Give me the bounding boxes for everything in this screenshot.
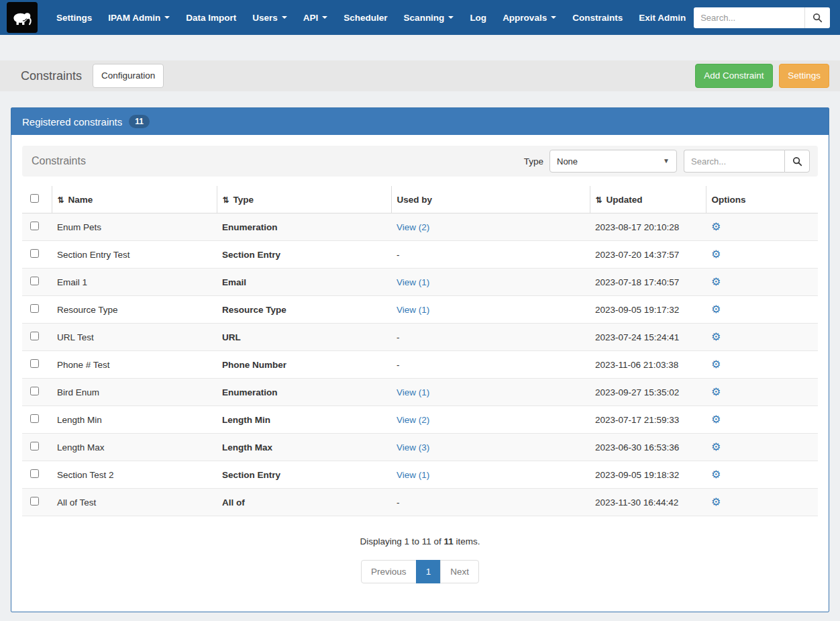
row-checkbox[interactable] [30, 359, 39, 368]
table-row: URL Test URL - 2023-07-24 15:24:41 ⚙ [22, 324, 818, 351]
nav-item-settings[interactable]: Settings [48, 0, 100, 35]
results-summary-suffix: items. [456, 536, 480, 546]
row-checkbox[interactable] [30, 414, 39, 423]
table-header-row: ⇅Name ⇅Type Used by ⇅Updated Options [22, 186, 818, 213]
column-header-label: Options [712, 195, 746, 205]
constraint-updated: 2023-11-06 21:03:38 [590, 351, 706, 379]
gear-icon[interactable]: ⚙ [711, 303, 721, 315]
gear-icon[interactable]: ⚙ [711, 276, 721, 287]
column-header-label: Name [68, 195, 93, 205]
constraint-type: All of [217, 489, 391, 516]
row-checkbox[interactable] [30, 249, 39, 258]
table-row: All of Test All of - 2023-11-30 16:44:42… [22, 489, 818, 516]
used-by-link: - [397, 250, 400, 260]
pagination-next[interactable]: Next [440, 560, 479, 583]
constraint-name: Length Min [52, 406, 217, 434]
row-checkbox[interactable] [30, 387, 39, 395]
pagination: Previous 1 Next [22, 560, 818, 583]
nav-label: Constraints [572, 13, 623, 23]
nav-item-ipam-admin[interactable]: IPAM Admin [100, 0, 178, 35]
constraint-updated: 2023-09-05 19:18:32 [590, 461, 706, 489]
used-by-link[interactable]: View (1) [397, 305, 429, 315]
gear-icon[interactable]: ⚙ [711, 414, 721, 425]
gear-icon[interactable]: ⚙ [711, 386, 721, 397]
constraint-type: Section Entry [217, 461, 391, 489]
sort-icon[interactable]: ⇅ [223, 195, 229, 205]
nav-label: Users [252, 13, 278, 23]
used-by-link[interactable]: View (2) [397, 415, 429, 425]
used-by-link[interactable]: View (1) [397, 277, 429, 287]
constraint-name: Enum Pets [52, 213, 217, 241]
logo-mammoth-icon[interactable] [7, 2, 38, 33]
nav-item-scheduler[interactable]: Scheduler [335, 0, 395, 35]
constraint-name: All of Test [52, 489, 217, 516]
row-checkbox[interactable] [30, 222, 39, 230]
nav-item-exit-admin[interactable]: Exit Admin [631, 0, 694, 35]
constraint-type: URL [217, 324, 391, 351]
constraint-updated: 2023-06-30 16:53:36 [590, 434, 706, 461]
navbar-search-input[interactable] [694, 7, 804, 28]
row-checkbox[interactable] [30, 277, 39, 285]
row-checkbox[interactable] [30, 469, 39, 478]
table-row: Email 1 Email View (1) 2023-07-18 17:40:… [22, 269, 818, 296]
constraints-search-button[interactable] [784, 150, 810, 173]
row-checkbox[interactable] [30, 497, 39, 506]
constraint-updated: 2023-07-20 14:37:57 [590, 241, 706, 269]
nav-label: Approvals [503, 13, 547, 23]
constraints-search-input[interactable] [684, 150, 784, 173]
pagination-page-1[interactable]: 1 [416, 560, 441, 583]
table-row: Length Min Length Min View (2) 2023-07-1… [22, 406, 818, 434]
select-all-checkbox[interactable] [30, 194, 39, 203]
navbar-search-button[interactable] [804, 7, 830, 28]
results-total: 11 [444, 536, 454, 546]
gear-icon[interactable]: ⚙ [711, 469, 721, 480]
used-by-link[interactable]: View (1) [397, 470, 429, 480]
settings-button[interactable]: Settings [779, 64, 829, 87]
caret-down-icon: ▼ [663, 158, 670, 164]
nav-item-api[interactable]: API [295, 0, 336, 35]
column-header-label: Type [233, 195, 254, 205]
column-header-options: Options [706, 186, 818, 213]
gear-icon[interactable]: ⚙ [711, 496, 721, 508]
nav-item-constraints[interactable]: Constraints [564, 0, 631, 35]
gear-icon[interactable]: ⚙ [711, 248, 721, 260]
nav-item-users[interactable]: Users [244, 0, 295, 35]
nav-label: IPAM Admin [108, 13, 160, 23]
gear-icon[interactable]: ⚙ [711, 359, 721, 370]
panel-title: Registered constraints [22, 116, 122, 128]
nav-item-approvals[interactable]: Approvals [494, 0, 564, 35]
nav-item-data-import[interactable]: Data Import [178, 0, 244, 35]
constraint-type: Enumeration [217, 213, 391, 241]
type-filter-select[interactable]: None ▼ [549, 150, 677, 173]
used-by-link[interactable]: View (2) [397, 222, 429, 232]
row-checkbox[interactable] [30, 304, 39, 313]
nav-item-log[interactable]: Log [462, 0, 494, 35]
page-title: Constraints [21, 69, 82, 83]
nav-label: Log [470, 13, 486, 23]
constraint-updated: 2023-07-17 21:59:33 [590, 406, 706, 434]
constraint-name: Length Max [52, 434, 217, 461]
caret-down-icon [448, 16, 454, 19]
used-by-link[interactable]: View (1) [397, 387, 429, 397]
sort-icon[interactable]: ⇅ [596, 195, 602, 205]
panel-heading: Registered constraints 11 [11, 108, 829, 135]
gear-icon[interactable]: ⚙ [711, 331, 721, 342]
pagination-previous[interactable]: Previous [361, 560, 417, 583]
used-by-link[interactable]: View (3) [397, 442, 429, 452]
row-checkbox[interactable] [30, 442, 39, 450]
used-by-link: - [397, 497, 400, 508]
nav-item-scanning[interactable]: Scanning [396, 0, 462, 35]
gear-icon[interactable]: ⚙ [711, 221, 721, 232]
constraint-name: Phone # Test [52, 351, 217, 379]
gear-icon[interactable]: ⚙ [711, 441, 721, 452]
table-row: Bird Enum Enumeration View (1) 2023-09-2… [22, 379, 818, 406]
row-checkbox[interactable] [30, 332, 39, 340]
column-header-type[interactable]: ⇅Type [217, 186, 391, 213]
constraint-name: URL Test [52, 324, 217, 351]
configuration-button[interactable]: Configuration [93, 64, 164, 87]
column-header-updated[interactable]: ⇅Updated [590, 186, 706, 213]
sort-icon[interactable]: ⇅ [58, 195, 64, 205]
add-constraint-button[interactable]: Add Constraint [695, 64, 772, 87]
panel-body: Constraints Type None ▼ [11, 135, 829, 612]
column-header-name[interactable]: ⇅Name [52, 186, 217, 213]
